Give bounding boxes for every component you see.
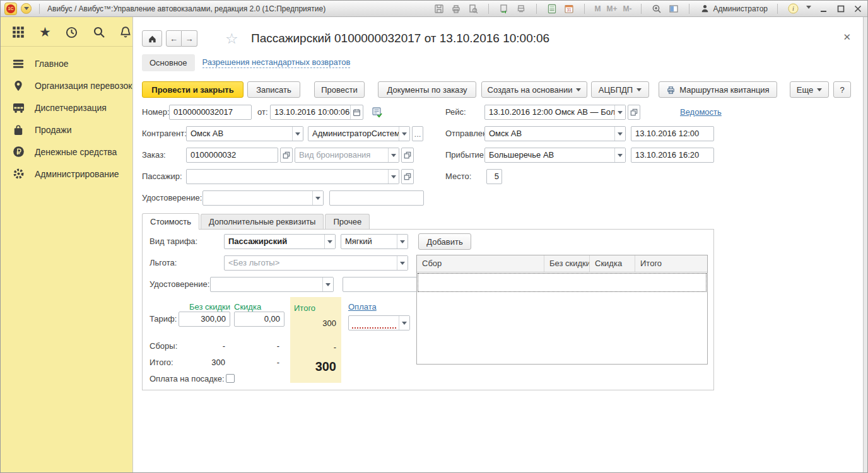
certificate-combo[interactable] xyxy=(202,190,324,206)
statement-link[interactable]: Ведомость xyxy=(680,105,722,120)
favorites-star-icon[interactable]: ★ xyxy=(38,25,52,39)
payment-link[interactable]: Оплата xyxy=(348,300,377,315)
sidebar-item-sales[interactable]: Продажи xyxy=(1,119,132,141)
date-input[interactable]: 13.10.2016 10:00:06 xyxy=(270,105,363,120)
fees-table-active-row[interactable] xyxy=(418,273,707,292)
sidebar-item-cash[interactable]: Денежные средства xyxy=(1,141,132,163)
split-view-icon[interactable] xyxy=(668,3,679,15)
info-icon[interactable]: i xyxy=(787,3,799,15)
fees-col-discount[interactable]: Скидка xyxy=(590,255,635,272)
dropdown-caret-icon[interactable] xyxy=(397,256,408,270)
tab-nonstandard-returns[interactable]: Разрешения нестандартных возвратов xyxy=(202,57,351,68)
search-icon[interactable] xyxy=(92,25,106,39)
departure-combo[interactable]: Омск АВ xyxy=(484,126,626,141)
booking-open-icon[interactable] xyxy=(401,148,414,163)
back-button[interactable]: ← xyxy=(166,30,182,47)
minimize-icon[interactable] xyxy=(818,3,830,15)
trip-combo[interactable]: 13.10.2016 12:00 Омск АВ — Большер xyxy=(484,105,626,120)
dropdown-caret-icon[interactable] xyxy=(614,105,625,119)
tariff-no-discount-input[interactable]: 300,00 xyxy=(179,312,230,327)
dropdown-caret-icon[interactable] xyxy=(324,235,335,248)
notifications-bell-icon[interactable] xyxy=(119,25,132,39)
booking-kind-combo[interactable]: Вид бронирования xyxy=(295,148,399,163)
tab-cost[interactable]: Стоимость xyxy=(142,213,199,230)
cost-certificate-number-input[interactable] xyxy=(343,277,418,292)
passenger-open-icon[interactable] xyxy=(401,169,414,184)
dropdown-caret-icon[interactable] xyxy=(399,316,409,330)
info-menu-caret[interactable] xyxy=(804,4,812,13)
home-button[interactable] xyxy=(142,30,162,47)
sidebar-item-main[interactable]: Главное xyxy=(1,52,132,74)
fees-table[interactable]: Сбор Без скидки Скидка Итого xyxy=(416,255,708,365)
write-button[interactable]: Записать xyxy=(247,81,300,98)
more-button[interactable]: Еще xyxy=(790,81,829,98)
add-fee-button[interactable]: Добавить xyxy=(418,233,471,250)
payment-kind-combo[interactable] xyxy=(348,315,410,330)
fees-col-fee[interactable]: Сбор xyxy=(417,255,544,272)
dropdown-caret-icon[interactable] xyxy=(312,191,323,205)
print-icon[interactable] xyxy=(450,3,462,15)
dropdown-caret-icon[interactable] xyxy=(388,148,399,162)
order-open-icon[interactable] xyxy=(280,148,293,163)
cost-certificate-combo[interactable] xyxy=(210,277,334,292)
calculator-icon[interactable] xyxy=(546,3,558,15)
dropdown-caret-icon[interactable] xyxy=(388,170,399,184)
history-clock-icon[interactable] xyxy=(65,25,79,39)
apps-grid-icon[interactable] xyxy=(11,25,25,39)
number-input[interactable]: 0100000032017 xyxy=(169,105,252,120)
tab-additional-attributes[interactable]: Дополнительные реквизиты xyxy=(201,214,324,229)
tab-main[interactable]: Основное xyxy=(142,54,195,71)
dropdown-caret-icon[interactable] xyxy=(399,127,409,141)
arrival-time-input[interactable]: 13.10.2016 16:20 xyxy=(631,148,714,163)
memory-m-button[interactable]: M xyxy=(594,4,601,13)
close-icon[interactable] xyxy=(852,3,864,15)
route-receipt-button[interactable]: Маршрутная квитанция xyxy=(659,81,777,98)
calendar-picker-icon[interactable] xyxy=(350,105,363,119)
benefit-combo[interactable]: <Без льготы> xyxy=(224,255,408,271)
fees-col-total[interactable]: Итого xyxy=(635,255,707,272)
sidebar-item-dispatching[interactable]: Диспетчеризация xyxy=(1,96,132,119)
operator-more-button[interactable]: ... xyxy=(412,126,423,141)
post-button[interactable]: Провести xyxy=(314,81,365,98)
dropdown-caret-icon[interactable] xyxy=(397,235,408,248)
tariff-kind-combo[interactable]: Пассажирский xyxy=(224,234,336,249)
fees-col-no-discount[interactable]: Без скидки xyxy=(544,255,590,272)
help-button[interactable]: ? xyxy=(833,81,851,98)
tab-other[interactable]: Прочее xyxy=(325,214,370,229)
calendar-icon[interactable]: 31 xyxy=(563,3,575,15)
order-documents-button[interactable]: Документы по заказу xyxy=(378,81,476,98)
trip-open-icon[interactable] xyxy=(628,105,640,120)
acbpdp-button[interactable]: АЦБПДП xyxy=(591,81,649,98)
send-link-icon[interactable] xyxy=(515,3,527,15)
departure-time-input[interactable]: 13.10.2016 12:00 xyxy=(631,126,714,141)
dropdown-caret-icon[interactable] xyxy=(292,127,303,141)
titlebar-main-menu-button[interactable] xyxy=(21,3,32,14)
memory-m-plus-button[interactable]: M+ xyxy=(606,4,617,13)
current-user[interactable]: Администратор xyxy=(699,3,768,15)
tariff-discount-input[interactable]: 0,00 xyxy=(234,312,284,327)
forward-button[interactable]: → xyxy=(182,30,197,47)
sidebar-item-administration[interactable]: Администрирование xyxy=(1,163,132,185)
1c-logo-button[interactable]: 1С xyxy=(4,3,17,15)
seat-input[interactable]: 5 xyxy=(486,169,502,184)
operator-combo[interactable]: АдминистраторСистем xyxy=(308,126,410,141)
counterparty-combo[interactable]: Омск АВ xyxy=(186,126,303,141)
pay-on-board-checkbox[interactable] xyxy=(226,374,235,383)
seat-class-combo[interactable]: Мягкий xyxy=(341,234,408,249)
memory-m-minus-button[interactable]: M- xyxy=(623,4,631,13)
attach-link-icon[interactable] xyxy=(498,3,510,15)
sidebar-item-transport-organization[interactable]: Организация перевозок xyxy=(1,74,132,96)
maximize-icon[interactable] xyxy=(835,3,847,15)
favorite-star-icon[interactable]: ☆ xyxy=(225,30,238,47)
arrival-combo[interactable]: Большеречье АВ xyxy=(484,148,626,163)
dropdown-caret-icon[interactable] xyxy=(614,127,625,141)
create-based-on-button[interactable]: Создать на основании xyxy=(481,81,587,98)
post-and-close-button[interactable]: Провести и закрыть xyxy=(142,81,243,98)
dropdown-caret-icon[interactable] xyxy=(614,148,625,162)
order-input[interactable]: 0100000032 xyxy=(186,148,278,163)
print-preview-icon[interactable] xyxy=(467,3,479,15)
passenger-combo[interactable] xyxy=(186,169,399,184)
zoom-icon[interactable] xyxy=(651,3,662,15)
dropdown-caret-icon[interactable] xyxy=(322,277,333,291)
form-close-icon[interactable]: ✕ xyxy=(843,32,851,43)
